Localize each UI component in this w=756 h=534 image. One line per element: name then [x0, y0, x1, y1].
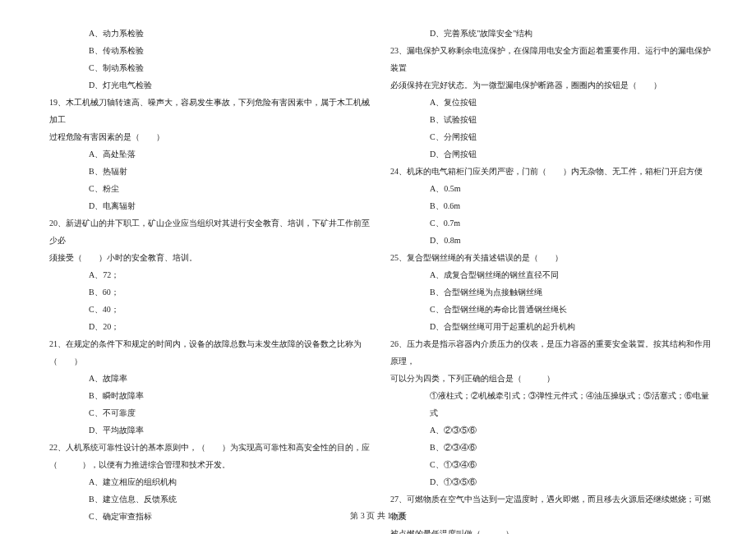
q19-option-a: A、高处坠落 — [49, 145, 374, 163]
q19-option-c: C、粉尘 — [49, 180, 374, 197]
q20-option-a: A、72； — [49, 266, 374, 283]
q24-option-b: B、0.6m — [390, 197, 715, 214]
q21-option-d: D、平均故障率 — [49, 421, 374, 439]
q18-option-d: D、灯光电气检验 — [49, 76, 374, 94]
q25-option-d: D、合型钢丝绳可用于起重机的起升机构 — [390, 318, 715, 335]
q26-cont: 可以分为四类，下列正确的组合是（ ） — [390, 370, 715, 387]
q23-option-c: C、分闸按钮 — [390, 128, 715, 145]
q19-text: 19、木工机械刀轴转速高、噪声大，容易发生事故，下列危险有害因素中，属于木工机械… — [49, 94, 374, 128]
q22-cont: （ ），以便有力推进综合管理和技术开发。 — [49, 456, 374, 473]
right-column: D、完善系统"故障安全"结构 23、漏电保护又称剩余电流保护，在保障用电安全方面… — [390, 25, 715, 534]
q25-text: 25、复合型钢丝绳的有关描述错误的是（ ） — [390, 249, 715, 266]
q25-option-b: B、合型钢丝绳为点接触钢丝绳 — [390, 283, 715, 301]
q26-option-d: D、①③⑤⑥ — [390, 473, 715, 490]
q22-option-d: D、完善系统"故障安全"结构 — [390, 25, 715, 42]
q23-option-d: D、合闸按钮 — [390, 145, 715, 163]
q26-option-a: A、②③⑤⑥ — [390, 421, 715, 439]
q25-option-a: A、成复合型钢丝绳的钢丝直径不同 — [390, 266, 715, 283]
q22-option-a: A、建立相应的组织机构 — [49, 473, 374, 490]
q26-text: 26、压力表是指示容器内介质压力的仪表，是压力容器的重要安全装置。按其结构和作用… — [390, 335, 715, 370]
q18-option-c: C、制动系检验 — [49, 59, 374, 76]
q19-cont: 过程危险有害因素的是（ ） — [49, 128, 374, 145]
q20-option-c: C、40； — [49, 301, 374, 318]
q24-option-a: A、0.5m — [390, 180, 715, 197]
left-column: A、动力系检验 B、传动系检验 C、制动系检验 D、灯光电气检验 19、木工机械… — [49, 25, 374, 534]
q19-option-b: B、热辐射 — [49, 163, 374, 180]
q20-cont: 须接受（ ）小时的安全教育、培训。 — [49, 249, 374, 266]
q24-option-c: C、0.7m — [390, 214, 715, 232]
q24-text: 24、机床的电气箱柜门应关闭严密，门前（ ）内无杂物、无工件，箱柜门开启方便 — [390, 163, 715, 180]
q20-text: 20、新进矿山的井下职工，矿山企业应当组织对其进行安全教育、培训，下矿井工作前至… — [49, 214, 374, 249]
q21-text: 21、在规定的条件下和规定的时间内，设备的故障总数与未发生故障的设备数之比称为（… — [49, 335, 374, 370]
q19-option-d: D、电离辐射 — [49, 197, 374, 214]
q21-option-c: C、不可靠度 — [49, 404, 374, 421]
q23-option-a: A、复位按钮 — [390, 94, 715, 111]
q23-option-b: B、试验按钮 — [390, 111, 715, 128]
q18-option-b: B、传动系检验 — [49, 42, 374, 59]
q26-option-c: C、①③④⑥ — [390, 456, 715, 473]
q23-cont: 必须保持在完好状态。为一微型漏电保护断路器，圈圈内的按钮是（ ） — [390, 76, 715, 94]
q22-text: 22、人机系统可靠性设计的基本原则中，（ ）为实现高可靠性和高安全性的目的，应 — [49, 439, 374, 456]
q26-option-b: B、②③④⑥ — [390, 439, 715, 456]
q26-subline: ①液柱式；②机械牵引式；③弹性元件式；④油压操纵式；⑤活塞式；⑥电量式 — [390, 387, 715, 421]
q24-option-d: D、0.8m — [390, 232, 715, 249]
q25-option-c: C、合型钢丝绳的寿命比普通钢丝绳长 — [390, 301, 715, 318]
q18-option-a: A、动力系检验 — [49, 25, 374, 42]
q22-option-b: B、建立信息、反馈系统 — [49, 490, 374, 508]
q23-text: 23、漏电保护又称剩余电流保护，在保障用电安全方面起着重要作用。运行中的漏电保护… — [390, 42, 715, 76]
q27-cont: 被点燃的最低温度叫做（ ） — [390, 525, 715, 534]
q21-option-a: A、故障率 — [49, 370, 374, 387]
q20-option-d: D、20； — [49, 318, 374, 335]
q21-option-b: B、瞬时故障率 — [49, 387, 374, 404]
q20-option-b: B、60； — [49, 283, 374, 301]
page-footer: 第 3 页 共 12 页 — [0, 510, 756, 522]
